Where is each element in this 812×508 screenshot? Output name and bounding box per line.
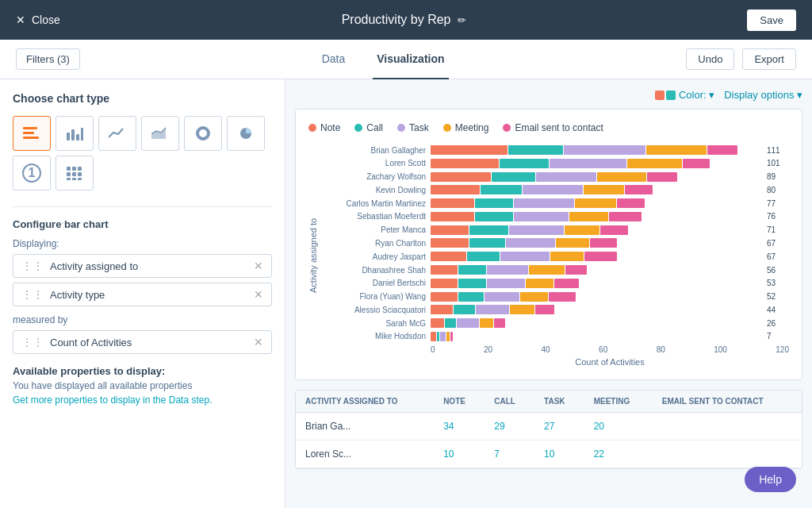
bar-seg-call bbox=[454, 305, 476, 314]
export-button[interactable]: Export bbox=[742, 48, 796, 70]
bar-seg-note bbox=[431, 225, 469, 235]
filter-area: Filters (3) bbox=[16, 48, 80, 70]
tag-label-2: Activity type bbox=[50, 289, 247, 301]
remove-tag-2[interactable]: ✕ bbox=[254, 288, 263, 301]
data-table-card: ACTIVITY ASSIGNED TONOTECALLTASKMEETINGE… bbox=[295, 390, 802, 469]
bar-seg-task bbox=[440, 332, 446, 341]
drag-handle-3[interactable]: ⋮⋮ bbox=[21, 336, 44, 348]
bar-seg-email bbox=[625, 185, 652, 194]
svg-rect-6 bbox=[81, 128, 83, 140]
bar-total: 71 bbox=[767, 225, 789, 234]
undo-button[interactable]: Undo bbox=[686, 48, 734, 70]
bar-label: Sarah McG bbox=[323, 319, 426, 328]
bar-total: 7 bbox=[767, 332, 789, 341]
horizontal-bar-icon bbox=[23, 126, 40, 140]
remove-tag-3[interactable]: ✕ bbox=[254, 336, 263, 348]
help-button[interactable]: Help bbox=[745, 467, 796, 492]
bar-segments bbox=[431, 332, 759, 341]
bar-seg-email bbox=[600, 225, 627, 235]
data-step-anchor[interactable]: Data step. bbox=[169, 394, 213, 406]
bar-seg-call bbox=[492, 172, 535, 182]
table-row: Brian Ga...34292720 bbox=[296, 413, 802, 441]
bar-seg-call bbox=[469, 238, 505, 248]
chart-type-number[interactable]: 1 bbox=[13, 156, 51, 190]
drag-handle-1[interactable]: ⋮⋮ bbox=[21, 260, 44, 272]
chart-type-grid[interactable] bbox=[56, 156, 94, 190]
table-header: CALL bbox=[485, 391, 534, 413]
bar-seg-note bbox=[431, 145, 508, 155]
edit-icon[interactable]: ✏ bbox=[458, 14, 466, 26]
table-header: MEETING bbox=[584, 391, 653, 413]
svg-point-9 bbox=[200, 130, 206, 137]
legend-dot-meeting bbox=[443, 124, 451, 132]
bar-total: 44 bbox=[767, 306, 789, 314]
bar-seg-call bbox=[458, 279, 485, 288]
chart-type-donut[interactable] bbox=[184, 116, 222, 151]
x-tick-label: 20 bbox=[484, 345, 492, 354]
svg-rect-1 bbox=[23, 132, 34, 134]
bar-total: 67 bbox=[767, 252, 789, 261]
bar-segments bbox=[431, 305, 759, 314]
x-tick-label: 0 bbox=[431, 345, 435, 354]
bar-seg-note bbox=[431, 279, 458, 288]
bar-seg-meeting bbox=[646, 145, 707, 155]
save-button[interactable]: Save bbox=[747, 10, 796, 31]
table-row: Loren Sc...1071022 bbox=[296, 441, 802, 468]
x-axis: 020406080100120 bbox=[323, 345, 789, 354]
bar-chart-inner: Brian Gallagher111Loren Scott101Zachary … bbox=[323, 144, 789, 367]
bar-seg-task bbox=[506, 238, 555, 248]
bar-seg-meeting bbox=[627, 159, 682, 168]
divider-1 bbox=[13, 206, 272, 207]
cell-call: 29 bbox=[485, 413, 534, 441]
bar-seg-note bbox=[431, 265, 458, 275]
bar-segments bbox=[431, 172, 759, 182]
displaying-label: Displaying: bbox=[13, 238, 272, 249]
chart-area: Color: ▾ Display options ▾ Note Call Tas… bbox=[285, 79, 812, 508]
remove-tag-1[interactable]: ✕ bbox=[254, 260, 263, 272]
y-axis-label: Activity assigned to bbox=[308, 144, 318, 367]
bar-segments bbox=[431, 159, 759, 168]
bar-label: Mike Hodsdon bbox=[323, 332, 426, 341]
x-axis-title: Count of Activities bbox=[323, 357, 789, 367]
bar-segments bbox=[431, 145, 759, 155]
color-picker-button[interactable]: Color: ▾ bbox=[655, 89, 714, 101]
filter-button[interactable]: Filters (3) bbox=[16, 48, 80, 70]
bar-seg-call bbox=[458, 265, 485, 275]
bar-seg-task bbox=[564, 145, 646, 155]
cell-call: 7 bbox=[485, 441, 534, 468]
legend-label-note: Note bbox=[320, 122, 340, 133]
bar-seg-meeting bbox=[569, 212, 607, 221]
bar-seg-task bbox=[487, 279, 525, 288]
chart-type-title: Choose chart type bbox=[13, 92, 272, 105]
bar-seg-email bbox=[707, 145, 737, 155]
bar-segments bbox=[431, 185, 759, 194]
display-options-button[interactable]: Display options ▾ bbox=[724, 89, 802, 101]
data-step-link[interactable]: Get more properties to display in the Da… bbox=[13, 394, 272, 406]
legend-label-call: Call bbox=[366, 122, 383, 133]
x-tick-label: 40 bbox=[542, 345, 550, 354]
chart-type-line[interactable] bbox=[98, 116, 136, 151]
tab-data[interactable]: Data bbox=[318, 40, 350, 79]
chart-options-bar: Color: ▾ Display options ▾ bbox=[295, 89, 802, 101]
chart-type-vertical-bar[interactable] bbox=[56, 116, 94, 151]
chart-type-horizontal-bar[interactable] bbox=[13, 116, 51, 151]
tab-visualization[interactable]: Visualization bbox=[373, 40, 448, 79]
bar-label: Brian Gallagher bbox=[323, 146, 426, 155]
close-button[interactable]: ✕ Close bbox=[16, 13, 60, 26]
drag-handle-2[interactable]: ⋮⋮ bbox=[21, 288, 44, 301]
bar-seg-note bbox=[431, 159, 499, 168]
table-header: TASK bbox=[534, 391, 584, 413]
svg-rect-4 bbox=[71, 129, 75, 140]
bar-seg-task bbox=[550, 159, 626, 168]
chart-type-pie[interactable] bbox=[227, 116, 265, 151]
bar-segments bbox=[431, 265, 759, 275]
chart-type-area[interactable] bbox=[141, 116, 179, 151]
chart-legend: Note Call Task Meeting Email sent to con… bbox=[308, 122, 789, 133]
bar-seg-email bbox=[617, 198, 644, 208]
bar-seg-note bbox=[431, 332, 436, 341]
bar-seg-meeting bbox=[565, 225, 600, 235]
bar-seg-task bbox=[536, 172, 596, 182]
tag-activity-assigned-to: ⋮⋮ Activity assigned to ✕ bbox=[13, 254, 272, 278]
bar-seg-task bbox=[514, 212, 569, 221]
bar-seg-email bbox=[549, 292, 576, 302]
